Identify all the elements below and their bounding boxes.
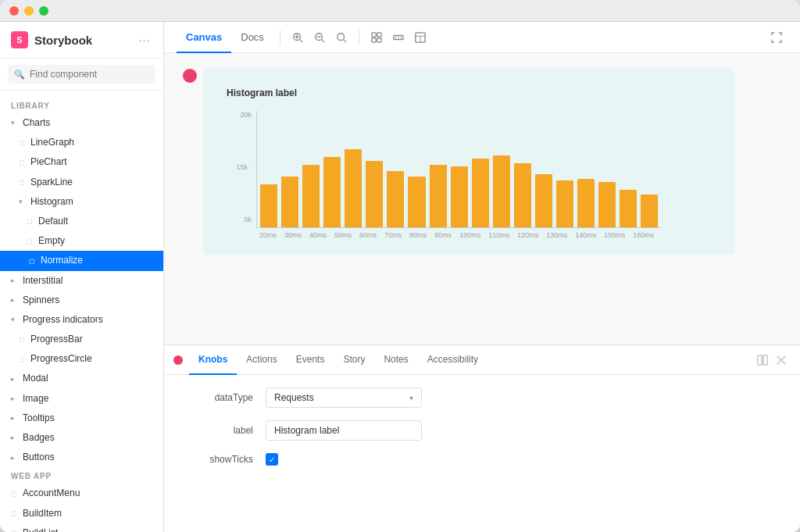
- knob-label-label: label: [183, 425, 253, 436]
- panel-close-icon[interactable]: [772, 351, 791, 370]
- panel-layout-icon[interactable]: [753, 351, 772, 370]
- y-label-20k: 20k: [227, 111, 252, 119]
- sidebar-item-interstitial[interactable]: ▸ Interstitial: [0, 271, 163, 291]
- zoom-out-button[interactable]: [309, 27, 330, 48]
- component-icon: ◻: [11, 508, 19, 519]
- tab-accessibility[interactable]: Accessibility: [418, 345, 488, 375]
- close-button[interactable]: [9, 6, 19, 16]
- chevron-right-icon: ▸: [11, 452, 19, 463]
- sidebar-item-normalize[interactable]: ◻ Normalize: [0, 251, 163, 270]
- chart-bar: [408, 177, 425, 227]
- zoom-reset-button[interactable]: [330, 27, 352, 48]
- sidebar-header: S Storybook ···: [0, 22, 163, 59]
- sidebar-item-progressbar[interactable]: ◻ ProgressBar: [0, 330, 163, 349]
- x-axis-label: 150ms: [604, 231, 625, 239]
- component-icon: ◻: [19, 137, 27, 148]
- sidebar-item-sparkline[interactable]: ◻ SparkLine: [0, 173, 163, 192]
- knob-row-datatype: dataType Requests ▾: [183, 387, 781, 408]
- chart-bar: [366, 161, 383, 227]
- svg-rect-21: [763, 355, 767, 364]
- chart-bar: [260, 184, 277, 227]
- knobs-indicator: [173, 355, 183, 365]
- x-axis-label: 140ms: [575, 231, 596, 239]
- chart-bar: [472, 159, 489, 227]
- label-input[interactable]: [266, 420, 422, 441]
- sidebar-item-tooltips[interactable]: ▸ Tooltips: [0, 409, 163, 428]
- maximize-button[interactable]: [39, 6, 48, 16]
- x-axis-label: 20ms: [259, 231, 277, 239]
- component-icon: ◻: [11, 488, 19, 499]
- component-icon: ◻: [19, 334, 27, 345]
- story-icon: ◻: [27, 236, 34, 247]
- fullscreen-button[interactable]: [766, 27, 788, 48]
- knob-row-label: label: [183, 420, 781, 441]
- grid-button[interactable]: [366, 27, 388, 48]
- measure-button[interactable]: [388, 27, 409, 48]
- chart-bar: [430, 165, 447, 227]
- sidebar-item-progress[interactable]: ▾ Progress indicators: [0, 310, 163, 330]
- chart-title: Histogram label: [227, 87, 711, 98]
- chevron-down-icon: ▾: [11, 117, 19, 128]
- tab-canvas[interactable]: Canvas: [177, 22, 231, 53]
- sidebar-item-buildlist[interactable]: ◻ BuildList: [0, 523, 163, 532]
- svg-line-1: [300, 39, 303, 42]
- bars-area: [256, 111, 661, 228]
- showticks-checkbox[interactable]: ✓: [266, 453, 278, 466]
- bottom-panel: Knobs Actions Events Story Notes Accessi…: [164, 345, 800, 532]
- top-toolbar: Canvas Docs: [164, 22, 800, 53]
- tab-story[interactable]: Story: [334, 345, 374, 375]
- chevron-right-icon: ▸: [11, 393, 19, 404]
- sidebar-item-builditem[interactable]: ◻ BuildItem: [0, 504, 163, 523]
- sidebar-item-image[interactable]: ▸ Image: [0, 389, 163, 409]
- knobs-content: dataType Requests ▾ label: [164, 375, 800, 532]
- tab-events[interactable]: Events: [287, 345, 334, 375]
- webapp-label: WEB APP: [0, 467, 163, 484]
- sidebar-item-buttons[interactable]: ▸ Buttons: [0, 448, 163, 467]
- svg-rect-9: [372, 32, 376, 36]
- sidebar-item-progresscircle[interactable]: ◻ ProgressCircle: [0, 349, 163, 369]
- storybook-title: Storybook: [34, 34, 130, 47]
- chevron-right-icon: ▸: [11, 432, 19, 443]
- x-axis-label: 130ms: [546, 231, 567, 239]
- x-axis-label: 80ms: [409, 231, 427, 239]
- sidebar-search: 🔍: [0, 59, 163, 91]
- tab-notes[interactable]: Notes: [374, 345, 417, 375]
- story-icon: ◻: [27, 216, 34, 227]
- histogram-chart: Histogram label 5k 15k · 20k 20ms30ms40m…: [203, 69, 734, 255]
- sidebar-item-accountmenu[interactable]: ◻ AccountMenu: [0, 484, 163, 503]
- svg-rect-20: [758, 355, 762, 364]
- zoom-in-button[interactable]: [287, 27, 309, 48]
- sidebar-item-modal[interactable]: ▸ Modal: [0, 369, 163, 388]
- sidebar-item-charts[interactable]: ▾ Charts: [0, 113, 163, 133]
- sidebar-item-spinners[interactable]: ▸ Spinners: [0, 291, 163, 310]
- search-input[interactable]: [30, 69, 149, 80]
- chart-bar: [620, 190, 637, 227]
- sidebar-item-default[interactable]: ◻ Default: [0, 212, 163, 231]
- chevron-right-icon: ▸: [11, 373, 19, 384]
- tab-docs[interactable]: Docs: [231, 22, 273, 53]
- svg-line-8: [344, 39, 347, 42]
- x-axis-label: 40ms: [309, 231, 327, 239]
- main-window: S Storybook ··· 🔍 LIBRARY ▾ Charts: [0, 0, 800, 532]
- chevron-down-icon: ▾: [11, 314, 19, 325]
- chevron-right-icon: ▸: [11, 295, 19, 305]
- sidebar-menu-button[interactable]: ···: [137, 32, 152, 48]
- layout-button[interactable]: [409, 27, 431, 48]
- check-icon: ✓: [269, 455, 275, 464]
- minimize-button[interactable]: [24, 6, 34, 16]
- tab-actions[interactable]: Actions: [237, 345, 286, 375]
- sidebar-item-linegraph[interactable]: ◻ LineGraph: [0, 133, 163, 152]
- sidebar-item-piechart[interactable]: ◻ PieChart: [0, 152, 163, 172]
- search-icon: 🔍: [14, 70, 25, 80]
- x-axis-label: 70ms: [384, 231, 402, 239]
- tab-knobs[interactable]: Knobs: [189, 345, 237, 375]
- sidebar-item-badges[interactable]: ▸ Badges: [0, 428, 163, 448]
- chevron-right-icon: ▸: [11, 275, 19, 286]
- svg-rect-12: [377, 37, 381, 41]
- sidebar-item-empty[interactable]: ◻ Empty: [0, 231, 163, 251]
- x-axis-labels: 20ms30ms40ms50ms60ms70ms80ms90ms100ms110…: [256, 231, 661, 239]
- datatype-select[interactable]: Requests ▾: [266, 387, 422, 408]
- chart-bar: [387, 171, 404, 227]
- sidebar-content: LIBRARY ▾ Charts ◻ LineGraph ◻ PieChart …: [0, 91, 163, 532]
- sidebar-item-histogram[interactable]: ▾ Histogram: [0, 192, 163, 212]
